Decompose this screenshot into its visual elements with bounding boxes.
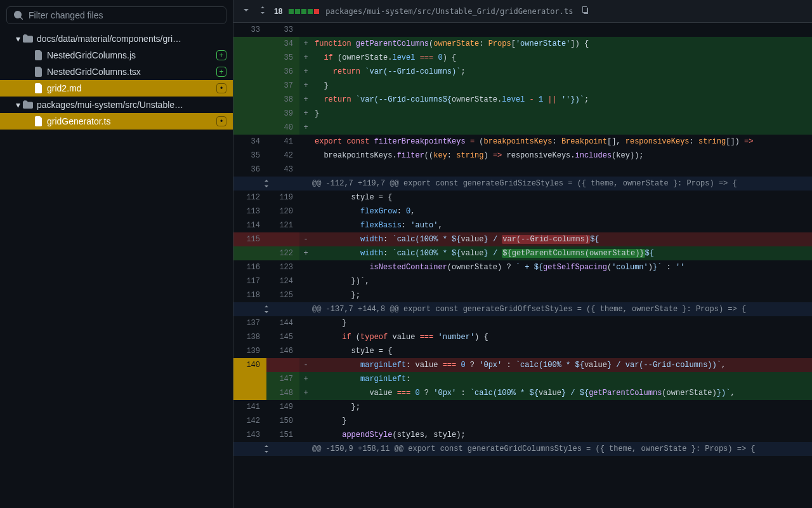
file-label: NestedGridColumns.js (47, 50, 216, 60)
tree-file-nested-tsx[interactable]: NestedGridColumns.tsx + (0, 64, 233, 80)
expand-all-icon[interactable] (258, 5, 268, 17)
diff-line: 147+ marginLeft: (233, 372, 812, 386)
diff-body[interactable]: 3333 34+function getParentColumns(ownerS… (233, 23, 812, 508)
file-header: 18 packages/mui-system/src/Unstable_Grid… (233, 0, 812, 23)
file-label: NestedGridColumns.tsx (47, 67, 216, 77)
diff-line: 3333 (233, 23, 812, 37)
diff-line: 139146 style = { (233, 344, 812, 358)
hunk-header[interactable]: @@ -137,7 +144,8 @@ export const generat… (233, 302, 812, 316)
diff-line: 142150 } (233, 414, 812, 428)
diff-line: 38+ return `var(--Grid-columns${ownerSta… (233, 93, 812, 107)
tree-folder-packages[interactable]: ▾ packages/mui-system/src/Unstable… (0, 97, 233, 113)
collapse-icon[interactable] (241, 5, 251, 17)
file-icon (33, 67, 43, 77)
search-icon (13, 10, 23, 20)
tree-file-gridgen[interactable]: gridGenerator.ts • (0, 113, 233, 130)
hunk-header[interactable]: @@ -150,9 +158,11 @@ export const genera… (233, 442, 812, 456)
diff-line: 34+function getParentColumns(ownerState:… (233, 37, 812, 51)
folder-label: docs/data/material/components/gri… (37, 34, 226, 44)
file-path: packages/mui-system/src/Unstable_Grid/gr… (325, 7, 573, 16)
filter-input[interactable] (29, 10, 219, 20)
file-label: grid2.md (47, 83, 216, 93)
diff-line: 113120 flexGrow: 0, (233, 204, 812, 218)
filter-changed-files[interactable] (6, 6, 226, 24)
diff-line: 137144 } (233, 316, 812, 330)
diff-line: 117124 })`, (233, 274, 812, 288)
file-label: gridGenerator.ts (47, 116, 216, 126)
folder-icon (23, 100, 33, 110)
diff-line: 39+} (233, 107, 812, 121)
diff-line: 118125 }; (233, 288, 812, 302)
diff-line: 115- width: `calc(100% * ${value} / var(… (233, 232, 812, 246)
diff-line: 40+ (233, 121, 812, 135)
diff-line: 143151 appendStyle(styles, style); (233, 428, 812, 442)
diff-line: 141149 }; (233, 400, 812, 414)
diff-line: 114121 flexBasis: 'auto', (233, 218, 812, 232)
change-count: 18 (274, 7, 282, 16)
diff-line: 140- marginLeft: value === 0 ? '0px' : `… (233, 358, 812, 372)
modified-badge: • (216, 83, 226, 93)
diff-line: 116123 isNestedContainer(ownerState) ? `… (233, 260, 812, 274)
file-icon (33, 50, 43, 60)
folder-icon (23, 34, 33, 44)
file-icon (33, 116, 43, 126)
diff-line: 3441 export const filterBreakpointKeys =… (233, 135, 812, 149)
diff-line: 36+ return `var(--Grid-columns)`; (233, 65, 812, 79)
added-badge: + (216, 67, 226, 77)
diff-line: 37+ } (233, 79, 812, 93)
chevron-down-icon: ▾ (13, 100, 23, 110)
tree-file-grid2md[interactable]: grid2.md • (0, 80, 233, 97)
file-tree: ▾ docs/data/material/components/gri… Nes… (0, 28, 233, 132)
diff-line: 122+ width: `calc(100% * ${value} / ${ge… (233, 246, 812, 260)
copy-path-icon[interactable] (580, 5, 590, 17)
tree-folder-docs[interactable]: ▾ docs/data/material/components/gri… (0, 30, 233, 47)
file-tree-sidebar: ▾ docs/data/material/components/gri… Nes… (0, 0, 233, 508)
folder-label: packages/mui-system/src/Unstable… (37, 100, 226, 110)
added-badge: + (216, 50, 226, 60)
diff-line: 3542 breakpointsKeys.filter((key: string… (233, 149, 812, 163)
diff-line: 138145 if (typeof value === 'number') { (233, 330, 812, 344)
diff-line: 35+ if (ownerState.level === 0) { (233, 51, 812, 65)
hunk-header[interactable]: @@ -112,7 +119,7 @@ export const generat… (233, 177, 812, 190)
file-icon (33, 83, 43, 93)
chevron-down-icon: ▾ (13, 34, 23, 44)
diff-line: 112119 style = { (233, 190, 812, 204)
diff-line: 3643 (233, 163, 812, 177)
diff-stat-squares (289, 9, 319, 14)
tree-file-nested-js[interactable]: NestedGridColumns.js + (0, 47, 233, 64)
modified-badge: • (216, 116, 226, 126)
diff-view: 18 packages/mui-system/src/Unstable_Grid… (233, 0, 812, 508)
diff-line: 148+ value === 0 ? '0px' : `calc(100% * … (233, 386, 812, 400)
